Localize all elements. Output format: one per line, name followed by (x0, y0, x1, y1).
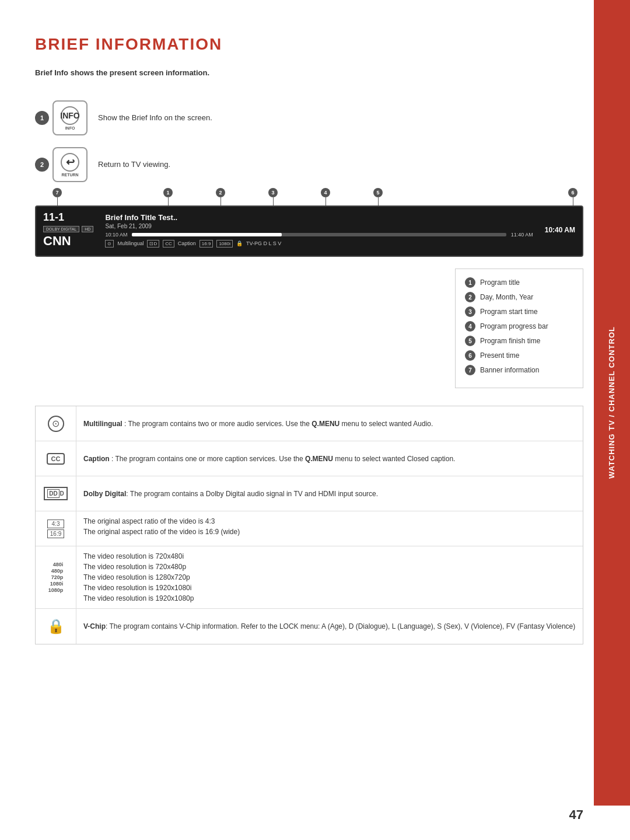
legend-item-3: 3 Program start time (465, 306, 573, 317)
channel-name: CNN (43, 233, 93, 249)
program-title: Brief Info Title Test.. (105, 213, 533, 222)
subtitle: Brief Info shows the present screen info… (35, 68, 583, 77)
step-2-text: Return to TV viewing. (98, 147, 170, 169)
hd-badge: HD (82, 226, 93, 232)
page-title: BRIEF INFORMATION (35, 35, 583, 54)
dolby-icon-cell: DD D (36, 476, 76, 511)
legend-item-1: 1 Program title (465, 277, 573, 288)
ratio-icon: 4:3 16:9 (47, 520, 64, 538)
resolution-text: The video resolution is 720x480i The vid… (76, 546, 201, 608)
multilingual-icon-cell: ⊙ (36, 406, 76, 441)
time-end: 11:40 AM (511, 232, 533, 238)
progress-container: 10:10 AM 11:40 AM (105, 232, 533, 238)
current-time: 10:40 AM (545, 226, 575, 234)
dot-2: 2 (216, 188, 225, 197)
info-row-dolby: DD D Dolby Digital: The program contains… (36, 476, 583, 511)
time-start: 10:10 AM (105, 232, 127, 238)
legend-box: 1 Program title 2 Day, Month, Year 3 Pro… (455, 269, 583, 388)
step-2-badge: 2 (35, 158, 49, 172)
dolby-icon: DD D (44, 487, 68, 500)
vchip-icon: 🔒 (47, 618, 65, 635)
channel-number: 11-1 (43, 211, 93, 224)
sidebar: WATCHING TV / CHANNEL CONTROL (594, 0, 630, 806)
step-1: 1 INFO INFO Show the Brief Info on the s… (35, 100, 583, 135)
legend-item-6: 6 Present time (465, 350, 573, 361)
dolby-badge: DOLBY DIGITAL (43, 226, 79, 232)
dot-5-container: 5 (373, 188, 383, 205)
dot-1-container: 1 (163, 188, 173, 205)
multilingual-text: Multilingual : The program contains two … (76, 406, 440, 441)
vchip-icon-cell: 🔒 (36, 609, 76, 644)
dot-4-container: 4 (321, 188, 330, 205)
banner-row-1: 11-1 DOLBY DIGITAL HD CNN Brief Info Tit… (43, 211, 575, 249)
dolby-text: Dolby Digital: The program contains a Do… (76, 476, 385, 511)
step-1-text: Show the Brief Info on the screen. (98, 100, 212, 122)
channel-badges: DOLBY DIGITAL HD (43, 226, 93, 232)
tv-banner: 11-1 DOLBY DIGITAL HD CNN Brief Info Tit… (35, 205, 583, 257)
ratio-text: The original aspect ratio of the video i… (76, 511, 247, 546)
caption-icon-cell: CC (36, 441, 76, 476)
return-button-icon: ↩ RETURN (52, 147, 88, 182)
legend-item-5: 5 Program finish time (465, 336, 573, 346)
ratio-icon-cell: 4:3 16:9 (36, 511, 76, 546)
banner-icons-row: ⊙ Multilingual ⊡D CC Caption 16:9 1080i … (105, 240, 533, 248)
progress-bar (132, 233, 506, 236)
program-date: Sat, Feb 21, 2009 (105, 223, 533, 229)
resolution-icon: 480i 480p 720p 1080i 1080p (48, 562, 64, 593)
dot-1: 1 (163, 188, 173, 197)
dot-5: 5 (373, 188, 383, 197)
step-1-badge: 1 (35, 111, 49, 125)
dot-6-container: 6 (568, 188, 578, 205)
banner-left: 11-1 DOLBY DIGITAL HD CNN (43, 211, 93, 249)
resolution-icon-cell: 480i 480p 720p 1080i 1080p (36, 546, 76, 608)
progress-bar-fill (132, 233, 282, 236)
dot-7: 7 (52, 188, 62, 197)
info-button-icon: INFO INFO (52, 100, 88, 135)
step-2: 2 ↩ RETURN Return to TV viewing. (35, 147, 583, 182)
legend-item-7: 7 Banner information (465, 365, 573, 375)
banner-middle: Brief Info Title Test.. Sat, Feb 21, 200… (93, 213, 544, 248)
dot-4: 4 (321, 188, 330, 197)
vchip-text: V-Chip: The program contains V-Chip info… (76, 609, 582, 644)
multilingual-icon: ⊙ (48, 416, 64, 432)
info-row-ratio: 4:3 16:9 The original aspect ratio of th… (36, 511, 583, 546)
dot-7-container: 7 (52, 188, 62, 205)
info-table: ⊙ Multilingual : The program contains tw… (35, 406, 583, 644)
banner-section: 7 1 2 3 4 (35, 205, 583, 388)
info-row-caption: CC Caption : The program contains one or… (36, 441, 583, 476)
dot-3-container: 3 (268, 188, 278, 205)
info-row-vchip: 🔒 V-Chip: The program contains V-Chip in… (36, 609, 583, 644)
info-row-multilingual: ⊙ Multilingual : The program contains tw… (36, 406, 583, 441)
page-number: 47 (569, 807, 583, 822)
dot-6: 6 (568, 188, 578, 197)
cc-icon: CC (47, 453, 65, 465)
banner-wrapper: 7 1 2 3 4 (35, 205, 583, 257)
dot-3: 3 (268, 188, 278, 197)
sidebar-label: WATCHING TV / CHANNEL CONTROL (607, 326, 617, 479)
legend-item-4: 4 Program progress bar (465, 321, 573, 332)
caption-text: Caption : The program contains one or mo… (76, 441, 462, 476)
dot-2-container: 2 (216, 188, 225, 205)
legend-item-2: 2 Day, Month, Year (465, 292, 573, 302)
info-row-resolution: 480i 480p 720p 1080i 1080p The video res… (36, 546, 583, 609)
